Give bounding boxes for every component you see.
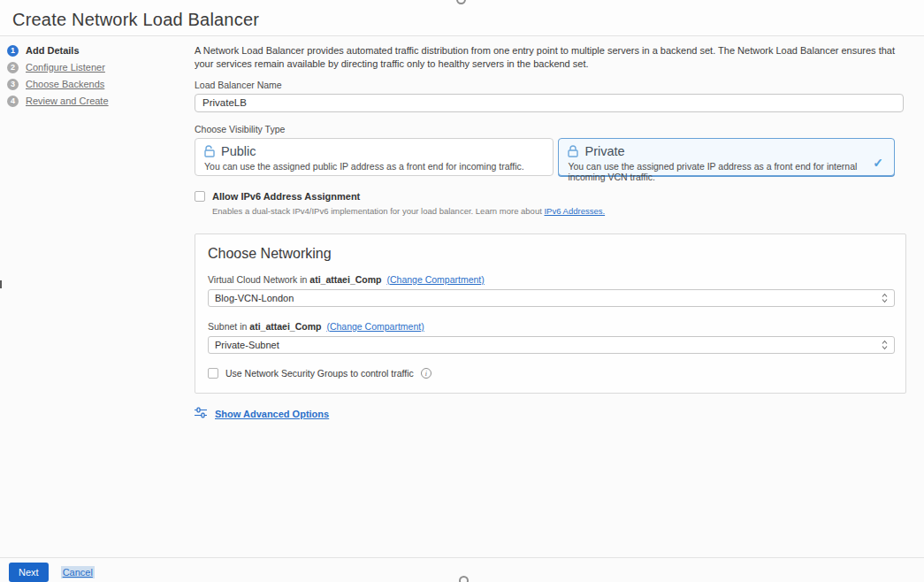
step-review-and-create[interactable]: 4 Review and Create — [7, 95, 184, 107]
step-configure-listener[interactable]: 2 Configure Listener — [7, 61, 184, 73]
wizard-main-panel: A Network Load Balancer provides automat… — [195, 44, 913, 422]
ipv6-help-prefix: Enables a dual-stack IPv4/IPv6 implement… — [212, 206, 544, 216]
step-number-badge: 1 — [7, 45, 19, 57]
ipv6-help-text: Enables a dual-stack IPv4/IPv6 implement… — [212, 206, 913, 216]
page-header: Create Network Load Balancer — [0, 0, 924, 36]
vcn-selected-value: Blog-VCN-London — [215, 293, 294, 303]
subnet-compartment-name: ati_attaei_Comp — [249, 321, 321, 332]
sliders-icon — [195, 406, 207, 422]
footer-divider — [0, 557, 924, 558]
vcn-compartment-name: ati_attaei_Comp — [309, 274, 381, 285]
step-choose-backends[interactable]: 3 Choose Backends — [7, 78, 184, 90]
vcn-label-prefix: Virtual Cloud Network in — [208, 274, 309, 285]
ipv6-checkbox-label: Allow IPv6 Address Assignment — [212, 191, 360, 202]
selected-check-icon: ✓ — [873, 156, 883, 170]
info-icon[interactable]: i — [421, 368, 431, 379]
subnet-selected-value: Private-Subnet — [215, 340, 279, 350]
lock-icon — [568, 145, 578, 157]
nsg-checkbox-label: Use Network Security Groups to control t… — [225, 368, 414, 379]
vcn-change-compartment-link[interactable]: (Change Compartment) — [386, 274, 484, 285]
step-label: Review and Create — [26, 96, 109, 106]
nsg-checkbox[interactable] — [208, 368, 218, 379]
choose-networking-section: Choose Networking Virtual Cloud Network … — [195, 234, 906, 394]
select-chevrons-icon — [882, 340, 888, 350]
step-add-details[interactable]: 1 Add Details — [7, 44, 184, 57]
card-description: You can use the assigned private IP addr… — [568, 161, 885, 182]
visibility-cards: Public You can use the assigned public I… — [195, 138, 895, 176]
visibility-type-label: Choose Visibility Type — [195, 124, 913, 134]
cancel-link[interactable]: Cancel — [61, 566, 95, 578]
ipv6-addresses-link[interactable]: IPv6 Addresses. — [544, 206, 605, 216]
subnet-change-compartment-link[interactable]: (Change Compartment) — [326, 321, 424, 332]
visibility-card-public[interactable]: Public You can use the assigned public I… — [195, 138, 554, 176]
card-title: Private — [584, 144, 624, 158]
wizard-steps: 1 Add Details 2 Configure Listener 3 Cho… — [7, 44, 184, 111]
page-title: Create Network Load Balancer — [12, 10, 259, 30]
subnet-select[interactable]: Private-Subnet — [208, 336, 895, 354]
load-balancer-name-input[interactable] — [195, 94, 904, 112]
step-number-badge: 4 — [7, 96, 19, 107]
ipv6-checkbox[interactable] — [195, 191, 205, 202]
left-edge-artifact — [0, 280, 2, 288]
card-description: You can use the assigned public IP addre… — [204, 161, 544, 172]
show-advanced-options-link[interactable]: Show Advanced Options — [215, 409, 329, 419]
unlock-icon — [204, 145, 215, 157]
step-label: Configure Listener — [26, 62, 105, 73]
next-button[interactable]: Next — [9, 563, 49, 582]
visibility-card-private[interactable]: Private You can use the assigned private… — [558, 138, 895, 176]
card-title: Public — [221, 144, 256, 158]
step-label: Add Details — [26, 45, 80, 56]
vcn-label: Virtual Cloud Network in ati_attaei_Comp… — [208, 274, 893, 285]
vcn-select[interactable]: Blog-VCN-London — [208, 289, 895, 307]
load-balancer-name-label: Load Balancer Name — [195, 80, 913, 90]
subnet-label-prefix: Subnet in — [208, 321, 249, 332]
select-chevrons-icon — [882, 293, 888, 303]
intro-text: A Network Load Balancer provides automat… — [195, 44, 913, 72]
step-number-badge: 3 — [7, 79, 19, 90]
step-label: Choose Backends — [26, 79, 104, 89]
wizard-footer: Next Cancel — [9, 563, 95, 582]
step-number-badge: 2 — [7, 62, 19, 73]
subnet-label: Subnet in ati_attaei_Comp(Change Compart… — [208, 321, 893, 332]
cropped-circle-artifact-bottom — [459, 576, 469, 582]
choose-networking-heading: Choose Networking — [208, 246, 893, 262]
